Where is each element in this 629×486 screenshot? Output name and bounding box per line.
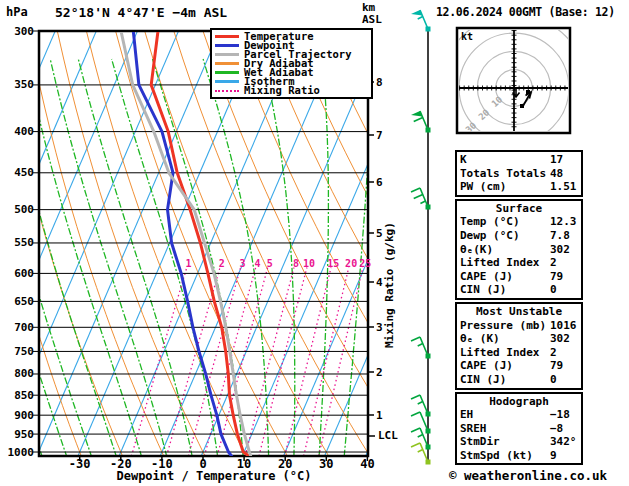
wet-adiabat-line bbox=[112, 59, 221, 469]
mixing-ratio-label: 3 bbox=[239, 258, 245, 269]
panel-row-value: −18 bbox=[550, 408, 570, 422]
legend-isotherm-swatch bbox=[215, 80, 239, 83]
pressure-tick-label: 800 bbox=[6, 367, 34, 380]
legend-wet-adiabat-swatch bbox=[215, 71, 239, 74]
panel-box: K17Totals Totals48PW (cm)1.51 bbox=[455, 150, 583, 197]
wet-adiabat-line bbox=[26, 59, 147, 469]
mixing-ratio-axis-title: Mixing Ratio (g/kg) bbox=[383, 188, 396, 348]
wind-barb-half bbox=[418, 449, 423, 452]
wet-adiabat-line bbox=[0, 59, 72, 469]
panel-row-value: 302 bbox=[550, 332, 570, 346]
mixing-ratio-label: 10 bbox=[303, 258, 315, 269]
mixing-ratio-line bbox=[316, 268, 363, 470]
altitude-tick-label: 1 bbox=[376, 409, 383, 422]
pressure-tick-label: 900 bbox=[6, 409, 34, 422]
mixing-ratio-label: 5 bbox=[267, 258, 273, 269]
panel-box: HodographEH−18SREH−8StmDir342°StmSpd (kt… bbox=[455, 392, 583, 466]
panel-row-value: 79 bbox=[550, 359, 563, 373]
hodograph-trace-dot bbox=[520, 104, 524, 108]
panel-row-value: 302 bbox=[550, 243, 570, 257]
panel-row-value: 48 bbox=[550, 167, 563, 181]
pressure-tick-label: 650 bbox=[6, 295, 34, 308]
wind-barb-staff bbox=[420, 337, 428, 356]
panel-row: StmDir342° bbox=[459, 435, 579, 449]
mixing-ratio-label: 15 bbox=[327, 258, 339, 269]
panel-row-value: 12.3 bbox=[550, 215, 577, 229]
wind-barb-half bbox=[418, 343, 423, 346]
panel-box: Most UnstablePressure (mb)1016θₑ (K)302L… bbox=[455, 302, 583, 390]
panel-row: Dewp (°C)7.8 bbox=[459, 229, 579, 243]
altitude-tick-label: 6 bbox=[376, 176, 383, 189]
legend-parcel-trajectory-swatch bbox=[215, 53, 239, 56]
panel-row-value: 2 bbox=[550, 256, 557, 270]
panel-row-value: −8 bbox=[550, 422, 563, 436]
wind-barb-staff bbox=[420, 10, 428, 29]
hodograph-ring-label: 40 bbox=[451, 133, 466, 148]
altitude-tick-label: 5 bbox=[376, 227, 383, 240]
pressure-tick-label: 750 bbox=[6, 345, 34, 358]
dry-adiabat-line bbox=[582, 31, 629, 469]
panel-row-value: 7.8 bbox=[550, 229, 570, 243]
wind-barb-full bbox=[411, 412, 420, 416]
panel-row-value: 1016 bbox=[550, 319, 577, 333]
pressure-tick-label: 700 bbox=[6, 321, 34, 334]
panel-row-value: 79 bbox=[550, 270, 563, 284]
mixing-ratio-label: 2 bbox=[219, 258, 225, 269]
hodograph-unit-label: kt bbox=[461, 31, 473, 42]
panel-row-label: Lifted Index bbox=[460, 256, 579, 270]
wind-barb-staff bbox=[420, 395, 428, 414]
isotherm-line bbox=[37, 31, 220, 456]
panel-row: Lifted Index2 bbox=[459, 256, 579, 270]
wind-barb-full bbox=[414, 117, 423, 121]
panel-row: θₑ(K)302 bbox=[459, 243, 579, 257]
wind-barb-full bbox=[411, 188, 420, 192]
mixing-ratio-label: 20 bbox=[345, 258, 357, 269]
pressure-tick-label: 350 bbox=[6, 78, 34, 91]
hodograph: 10203040kt bbox=[441, 15, 587, 161]
panel-box: SurfaceTemp (°C)12.3Dewp (°C)7.8θₑ(K)302… bbox=[455, 199, 583, 300]
mixing-ratio-label: 8 bbox=[293, 258, 299, 269]
panel-row: PW (cm)1.51 bbox=[459, 180, 579, 194]
panel-row: StmSpd (kt)9 bbox=[459, 449, 579, 463]
mixing-ratio-line bbox=[301, 268, 349, 470]
pressure-tick-label: 550 bbox=[6, 236, 34, 249]
mixing-ratio-label: 4 bbox=[255, 258, 261, 269]
panel-row-label: StmSpd (kt) bbox=[460, 449, 579, 463]
panel-row-label: Lifted Index bbox=[460, 346, 579, 360]
altitude-tick-label: 8 bbox=[376, 76, 383, 89]
x-axis-title: Dewpoint / Temperature (°C) bbox=[39, 469, 389, 483]
panel-row-label: CIN (J) bbox=[460, 283, 579, 297]
altitude-tick-label: 2 bbox=[376, 366, 383, 379]
dry-adiabat-line bbox=[0, 31, 3, 469]
wind-barb-half bbox=[418, 434, 423, 437]
wind-barb-full bbox=[411, 428, 420, 432]
panel-box-title: Surface bbox=[459, 202, 579, 216]
hodograph-trace-dot bbox=[526, 90, 530, 94]
panel-row-value: 9 bbox=[550, 449, 557, 463]
panel-row-value: 1.51 bbox=[550, 180, 577, 194]
pressure-tick-label: 600 bbox=[6, 267, 34, 280]
wind-barb-full bbox=[414, 194, 423, 198]
panel-row: Totals Totals48 bbox=[459, 167, 579, 181]
altitude-tick-label: 3 bbox=[376, 321, 383, 334]
legend-mixing-ratio-swatch bbox=[215, 90, 239, 92]
panel-row: CIN (J)0 bbox=[459, 283, 579, 297]
pressure-tick-label: 950 bbox=[6, 428, 34, 441]
wind-barb-staff bbox=[420, 188, 428, 207]
panel-row-value: 0 bbox=[550, 373, 557, 387]
wet-adiabat-line bbox=[0, 59, 48, 469]
panel-row-value: 17 bbox=[550, 153, 563, 167]
panel-row: CAPE (J)79 bbox=[459, 359, 579, 373]
pressure-tick-label: 450 bbox=[6, 166, 34, 179]
panel-row: Pressure (mb)1016 bbox=[459, 319, 579, 333]
indices-panel: K17Totals Totals48PW (cm)1.51SurfaceTemp… bbox=[455, 150, 583, 467]
legend-row: Mixing Ratio bbox=[215, 86, 371, 95]
panel-row: SREH−8 bbox=[459, 422, 579, 436]
mixing-ratio-label: 25 bbox=[359, 258, 371, 269]
mixing-ratio-label: 1 bbox=[185, 258, 191, 269]
wind-barb-full bbox=[411, 337, 420, 341]
panel-row: Lifted Index2 bbox=[459, 346, 579, 360]
panel-row: θₑ (K)302 bbox=[459, 332, 579, 346]
sounding-page: { "header": { "pressure_unit": "hPa", "l… bbox=[0, 0, 629, 486]
panel-row-label: CIN (J) bbox=[460, 373, 579, 387]
